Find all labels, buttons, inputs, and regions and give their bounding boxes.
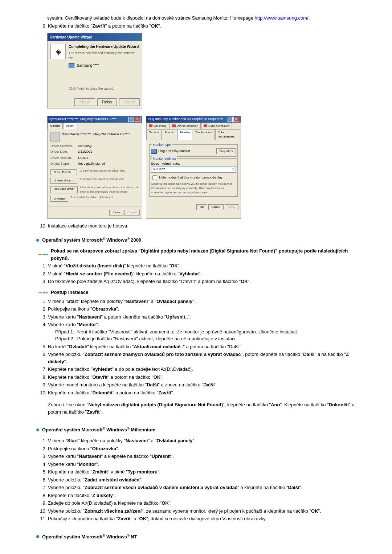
me-10: Vyberte položku "Zobrazit všechna zaříze…	[48, 508, 356, 515]
bullet-icon	[36, 535, 39, 538]
chevron-down-icon: ▾	[232, 167, 234, 172]
me-11: Pokračujte klepnutím na tlačítka "Zavřít…	[48, 515, 356, 522]
winme-header: Operační systém Microsoft® Windows® Mill…	[36, 426, 356, 434]
properties-button[interactable]: Properties	[216, 148, 236, 154]
me-7: Vyberte položku "Zobrazit seznam všech o…	[48, 484, 356, 491]
device-icon	[50, 132, 60, 141]
bullet-icon	[36, 428, 39, 431]
w2k-sig-2: V okně "Hledá se soubor (File needed)" k…	[48, 270, 356, 278]
me-8: Klepněte na tlačítko "Z diskety".	[48, 492, 356, 499]
win2000-title: Operační systém Microsoft® Windows® 2000	[42, 237, 141, 244]
help-icon[interactable]: ?	[128, 117, 134, 122]
w2k-i5: Na kartě "Ovladač" klepněte na tlačítko …	[48, 343, 356, 350]
hardware-wizard-screenshot: Hardware Update Wizard ◈ Completing the …	[47, 33, 142, 108]
me-2: Poklepejte na ikonu "Obrazovka".	[48, 445, 356, 452]
finish-button[interactable]: Finish	[97, 98, 117, 106]
w2k-i4: Vyberte kartu "Monitor". Případ 1:Není-l…	[48, 321, 356, 342]
update-driver-button[interactable]: Update Driver...	[50, 178, 77, 184]
diamond-icon: ◈	[50, 44, 66, 59]
w2k-i3: Vyberte kartu "Nastavení" a potom klepně…	[48, 313, 356, 321]
device-sel-icon	[172, 124, 176, 127]
hide-modes-checkbox[interactable]	[152, 175, 157, 180]
step-9: Klepněte na tlačítko "Zavřít" a potom na…	[48, 22, 356, 30]
win2000-header: Operační systém Microsoft® Windows® 2000	[36, 237, 356, 244]
w2k-i8: Klepněte na tlačítko "Otevřít" a potom n…	[48, 374, 356, 381]
driver-properties-dialog: SyncMaster ****(****, MagicSyncMaster CX…	[47, 116, 142, 219]
me-4: Vyberte kartu "Monitor".	[48, 461, 356, 468]
winnt-header: Operační systém Microsoft® Windows® NT	[36, 533, 356, 541]
me-1: V menu "Start" klepněte na položky "Nast…	[48, 437, 356, 444]
refresh-label: Screen refresh rate:	[151, 161, 236, 167]
rollback-driver-button[interactable]: Roll Back Driver	[50, 186, 78, 193]
tab-general-2[interactable]: General	[146, 129, 162, 140]
dlg2-title: Plug and Play Monitor and 3D Prophet III…	[148, 117, 223, 122]
winnt-title: Operační systém Microsoft® Windows® NT	[42, 533, 137, 541]
dlg2-cancel-button[interactable]: Cancel	[208, 204, 224, 210]
dlg1-device: SyncMaster ****(****, MagicSyncMaster CX…	[62, 132, 130, 137]
teal-bullet-icon	[38, 247, 48, 262]
tab-driver[interactable]: Driver	[63, 123, 76, 129]
driver-details-button[interactable]: Driver Details...	[50, 169, 77, 175]
w2k-i6: Vyberte položku "Zobrazit seznam známých…	[48, 351, 356, 365]
sig-not-found-heading: Pokud se na obrazovce zobrazí zpráva "Di…	[51, 247, 356, 262]
help-icon[interactable]: ?	[227, 117, 233, 122]
me-5: Klepněte na tlačítko "Změnit" v okně "Ty…	[48, 468, 356, 476]
tab-general[interactable]: General	[48, 123, 63, 129]
me-6: Vyberte položku "Zadat umístění ovladače…	[48, 476, 356, 484]
tab-device-selection[interactable]: Device Selection	[170, 123, 201, 129]
intro-paragraph: systém. Certifikovaný ovladač bude k dis…	[47, 15, 356, 22]
wizard-heading: Completing the Hardware Update Wizard	[69, 44, 139, 49]
sec2-label: Monitor settings	[152, 156, 177, 161]
dlg2-apply-button[interactable]: Apply	[225, 204, 238, 210]
w2k-i10: Klepněte na tlačítko "Dokončit" a potom …	[48, 389, 356, 397]
samsung-link[interactable]: http://www.samsung.com/	[255, 15, 309, 21]
sec1-label: Monitor type	[152, 143, 172, 148]
step-10: Instalace ovladače monitoru je hotova.	[48, 222, 356, 230]
tab-color-correction[interactable]: Color Correction	[201, 123, 232, 129]
cancel-button[interactable]: Cancel	[119, 98, 140, 106]
doc-content: systém. Certifikovaný ovladač bude k dis…	[36, 15, 356, 540]
winme-title: Operační systém Microsoft® Windows® Mill…	[42, 426, 155, 434]
w2k-i2: Poklepejte na ikonu "Obrazovka".	[48, 305, 356, 313]
monitor-icon	[69, 63, 74, 68]
w2k-note: Zobrazí-li se okno "Nebyl nalezen digitá…	[48, 401, 356, 415]
dlg2-ok-button[interactable]: OK	[196, 204, 207, 210]
geforce-icon	[149, 124, 152, 127]
color-corr-icon	[204, 124, 207, 127]
w2k-sig-3: Do textového pole zadejte A:(D:\Ovladač)…	[48, 278, 356, 285]
w2k-i7: Klepněte na tlačítko "Vyhledat" a do pol…	[48, 366, 356, 373]
dlg1-cancel-button[interactable]: Cancel	[124, 210, 140, 216]
wizard-finish-hint: Click Finish to close the wizard.	[69, 86, 139, 91]
intro-text: systém. Certifikovaný ovladač bude k dis…	[47, 15, 253, 21]
uninstall-button[interactable]: Uninstall	[50, 196, 68, 202]
tab-troubleshoot[interactable]: Troubleshoot	[193, 129, 215, 140]
teal-bullet-icon	[38, 289, 48, 296]
tab-geforce3[interactable]: GeForce3	[146, 123, 169, 129]
back-button[interactable]: < Back	[74, 98, 95, 106]
dlg1-title: SyncMaster ****(****, MagicSyncMaster CX…	[49, 117, 117, 122]
wizard-msg: The wizard has finished installing the s…	[69, 51, 139, 61]
tab-color-mgmt[interactable]: Color Management	[215, 129, 240, 140]
me-9: Zadejte do pole A:\(D:\ovladač) a klepně…	[48, 500, 356, 507]
hide-modes-desc: Clearing this check box allows you to se…	[151, 182, 236, 195]
wizard-title: Hardware Update Wizard	[48, 33, 142, 41]
refresh-dropdown[interactable]: 60 Hertz ▾	[151, 166, 236, 173]
dlg1-close-button[interactable]: Close	[109, 210, 123, 216]
monitor-properties-dialog: Plug and Play Monitor and 3D Prophet III…	[146, 116, 241, 219]
w2k-i1: V menu "Start" klepněte na položky "Nast…	[48, 298, 356, 305]
install-heading: Postup instalace	[51, 289, 88, 296]
tab-monitor[interactable]: Monitor	[178, 129, 193, 140]
bullet-icon	[36, 239, 39, 242]
close-icon[interactable]: ✕	[233, 117, 239, 122]
w2k-i9: Vyberte model monitoru a klepněte na tla…	[48, 381, 356, 389]
monitor-icon-2	[151, 149, 157, 154]
w2k-sig-1: V okně "Vložit disketu (Insert disk)" kl…	[48, 262, 356, 270]
tab-adapter[interactable]: Adapter	[162, 129, 177, 140]
dialog-row: SyncMaster ****(****, MagicSyncMaster CX…	[47, 116, 356, 219]
wizard-device: Samsung ****	[77, 63, 99, 67]
me-3: Vyberte kartu "Nastavení" a klepněte na …	[48, 453, 356, 460]
close-icon[interactable]: ✕	[135, 117, 140, 122]
